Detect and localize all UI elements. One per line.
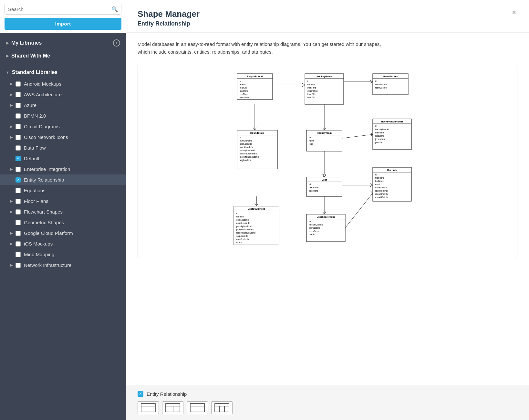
svg-text:team2Score: team2Score	[375, 87, 387, 89]
sidebar-item-flowchart-shapes[interactable]: ▶ Flowchart Shapes	[0, 206, 126, 217]
svg-rect-127	[215, 404, 229, 412]
shape-icon-3[interactable]	[187, 401, 208, 414]
svg-text:team1score: team1score	[309, 227, 320, 229]
equations-checkbox[interactable]	[16, 188, 21, 193]
svg-text:description: description	[307, 90, 318, 92]
svg-text:lastName: lastName	[375, 135, 384, 137]
sidebar-item-bpmn[interactable]: ▶ BPMN 2.0	[0, 110, 126, 121]
ios-checkbox[interactable]	[16, 241, 21, 247]
sidebar-item-google-cloud-platform[interactable]: ▶ Google Cloud Platform	[0, 228, 126, 238]
default-checkbox[interactable]	[16, 156, 21, 161]
sidebar-item-enterprise-integration[interactable]: ▶ Enterprise Integration	[0, 164, 126, 174]
android-mockups-label: Android Mockups	[24, 81, 61, 87]
svg-text:id: id	[236, 212, 238, 215]
sidebar-item-geometric-shapes[interactable]: ▶ Geometric Shapes	[0, 217, 126, 228]
svg-text:id: id	[240, 80, 241, 82]
shape-icon-4[interactable]	[211, 401, 233, 414]
ios-arrow-icon: ▶	[10, 242, 13, 246]
svg-text:UserScorePicks: UserScorePicks	[316, 215, 335, 218]
svg-text:id: id	[307, 80, 309, 82]
search-icon[interactable]: 🔍	[111, 6, 118, 12]
svg-text:id: id	[240, 136, 241, 139]
my-libraries-arrow-icon: ▶	[6, 41, 9, 45]
svg-rect-47	[373, 119, 411, 150]
svg-line-88	[370, 185, 373, 187]
sidebar-item-mind-mapping[interactable]: ▶ Mind Mapping	[0, 249, 126, 260]
sidebar-item-default[interactable]: ▶ Default	[0, 153, 126, 164]
floor-plans-checkbox[interactable]	[16, 199, 21, 204]
sidebar-item-data-flow[interactable]: ▶ Data Flow	[0, 142, 126, 153]
sidebar-item-network-infrastructure[interactable]: ▶ Network Infrastructure	[0, 260, 126, 270]
svg-text:startTime: startTime	[307, 87, 316, 89]
sidebar-item-entity-relationship[interactable]: ▶ Entity Relationship	[0, 174, 126, 185]
cisco-checkbox[interactable]	[16, 135, 21, 140]
mind-mapping-checkbox[interactable]	[16, 252, 21, 257]
svg-line-111	[255, 204, 256, 206]
main-body: Model databases in an easy-to-read forma…	[126, 33, 529, 385]
flowchart-checkbox[interactable]	[16, 209, 21, 215]
android-mockups-arrow-icon: ▶	[10, 82, 13, 86]
svg-rect-124	[190, 404, 204, 412]
svg-line-116	[345, 193, 373, 228]
svg-text:id: id	[309, 183, 311, 185]
search-input[interactable]	[8, 6, 111, 12]
default-label: Default	[24, 156, 39, 161]
svg-text:password: password	[309, 190, 318, 192]
network-label: Network Infrastructure	[24, 262, 72, 268]
svg-line-112	[256, 204, 258, 206]
sidebar-item-equations[interactable]: ▶ Equations	[0, 185, 126, 196]
svg-rect-121	[166, 404, 180, 412]
add-library-button[interactable]: +	[113, 39, 120, 47]
sidebar-item-android-mockups[interactable]: ▶ Android Mockups	[0, 79, 126, 89]
svg-text:email: email	[375, 183, 380, 185]
shape-icons-row	[138, 401, 517, 414]
sidebar-item-cisco-network-icons[interactable]: ▶ Cisco Network Icons	[0, 132, 126, 142]
shared-with-me-arrow-icon: ▶	[6, 54, 9, 58]
svg-text:hockeyTeamId: hockeyTeamId	[375, 128, 389, 131]
nav-separator	[5, 64, 121, 64]
svg-text:numShutouts: numShutouts	[240, 140, 252, 142]
gcp-checkbox[interactable]	[16, 231, 21, 236]
sidebar-item-floor-plans[interactable]: ▶ Floor Plans	[0, 196, 126, 206]
standard-libraries-title[interactable]: ▼ Standard Libraries	[0, 66, 126, 79]
svg-line-63	[371, 133, 373, 134]
aws-architecture-checkbox[interactable]	[16, 92, 21, 97]
enterprise-checkbox[interactable]	[16, 167, 21, 172]
footer-er-checkbox[interactable]	[138, 391, 143, 397]
my-libraries-label: My Libraries	[11, 40, 42, 46]
svg-text:hockeyGameId: hockeyGameId	[309, 224, 323, 226]
sidebar-item-circuit-diagrams[interactable]: ▶ Circuit Diagrams	[0, 121, 126, 132]
svg-text:GameScores: GameScores	[383, 75, 398, 78]
import-button[interactable]: Import	[5, 18, 121, 30]
circuit-diagrams-checkbox[interactable]	[16, 124, 21, 129]
sidebar-item-ios-mockups[interactable]: ▶ iOS Mockups	[0, 238, 126, 249]
shape-icon-2[interactable]	[162, 401, 183, 414]
network-checkbox[interactable]	[16, 263, 21, 268]
page-title: Shape Manager	[138, 9, 200, 19]
circuit-diagrams-label: Circuit Diagrams	[24, 124, 60, 129]
data-flow-checkbox[interactable]	[16, 145, 21, 151]
svg-text:plusMinusLeaderId: plusMinusLeaderId	[240, 152, 257, 155]
description-text: Model databases in an easy-to-read forma…	[138, 40, 383, 56]
close-button[interactable]: ×	[511, 9, 517, 16]
android-mockups-checkbox[interactable]	[16, 81, 21, 87]
gcp-label: Google Cloud Platform	[24, 230, 73, 236]
svg-text:HockeyGame: HockeyGame	[316, 75, 332, 78]
bpmn-checkbox[interactable]	[16, 113, 21, 119]
standard-libraries-arrow-icon: ▼	[6, 70, 9, 74]
sidebar-item-azure[interactable]: ▶ Azure	[0, 100, 126, 110]
network-arrow-icon: ▶	[10, 263, 13, 267]
geometric-checkbox[interactable]	[16, 220, 21, 225]
er-checkbox[interactable]	[16, 177, 21, 183]
svg-text:RoundStats: RoundStats	[250, 131, 264, 134]
svg-text:id: id	[375, 80, 377, 82]
sidebar-item-my-libraries[interactable]: ▶ My Libraries +	[0, 36, 126, 50]
sidebar-item-aws-architecture[interactable]: ▶ AWS Architecture	[0, 89, 126, 100]
floor-plans-arrow-icon: ▶	[10, 199, 13, 203]
sidebar-item-shared-with-me[interactable]: ▶ Shared With Me	[0, 50, 126, 62]
svg-rect-9	[305, 74, 344, 104]
shared-with-me-label: Shared With Me	[11, 53, 50, 59]
svg-text:roundId: roundId	[236, 215, 244, 218]
shape-icon-1[interactable]	[138, 401, 159, 414]
azure-checkbox[interactable]	[16, 103, 21, 108]
